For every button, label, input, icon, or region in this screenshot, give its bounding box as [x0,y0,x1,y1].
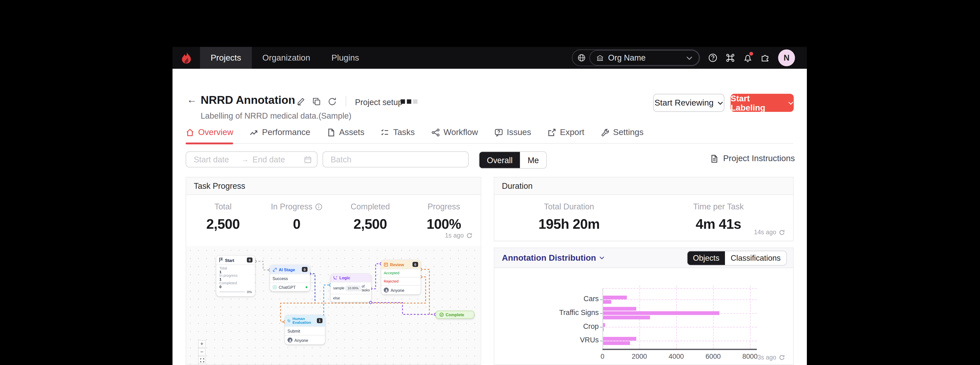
scope-me[interactable]: Me [520,152,547,168]
start-total-value: 1 [220,270,252,274]
bar-cars [603,295,627,299]
trend-icon [250,128,258,137]
toggle-objects[interactable]: Objects [687,251,725,265]
stat-label: Progress [428,202,460,211]
duplicate-icon[interactable] [312,97,321,106]
help-button[interactable] [708,53,718,62]
logic-sample-value[interactable]: 10.00% [346,285,361,291]
duration-title: Duration [502,181,533,191]
review-rejected-row: Rejected [381,277,421,285]
globe-icon[interactable] [578,54,585,62]
duration-header: Duration [494,177,793,195]
workflow-node-start[interactable]: Start 0 Total 1 In progress 1 Completed … [216,256,255,296]
duration-stats: Total Duration 195h 20m Time per Task 4m… [494,195,793,233]
tab-workflow[interactable]: Workflow [431,127,478,143]
annotation-distribution-header: Annotation Distribution Objects Classifi… [494,248,793,268]
tab-settings[interactable]: Settings [601,127,644,143]
x-tick-label: 8000 [742,352,757,360]
tab-overview[interactable]: Overview [186,127,234,143]
info-icon[interactable] [315,203,322,210]
tab-label: Export [560,128,584,137]
workflow-node-complete[interactable]: Complete [436,311,474,319]
node-badge: 0 [412,262,418,267]
notifications-bell-button[interactable] [743,53,752,62]
tab-export[interactable]: Export [547,127,584,143]
batch-input[interactable] [329,154,462,165]
logic-else-label: else [333,296,340,300]
notification-dot [749,52,753,56]
canvas-controls: + − [198,340,205,365]
tab-label: Workflow [444,128,478,137]
start-labeling-button[interactable]: Start Labeling [731,94,794,112]
logic-else-row: else [331,294,371,302]
date-range-picker[interactable]: → [186,151,318,168]
ai-model-label: ChatGPT [279,285,296,289]
node-badge: 0 [302,267,307,272]
workflow-node-review[interactable]: Review 0 Accepted Rejected Anyone [381,260,421,294]
org-switcher[interactable]: Org Name [572,49,700,66]
batch-filter[interactable] [322,151,469,168]
org-name-dropdown[interactable]: Org Name [589,50,699,65]
review-icon [384,262,388,266]
nav-tab-plugins[interactable]: Plugins [321,47,370,69]
updated-label: 3s ago [757,354,776,360]
category-label: VRUs [549,336,599,344]
stat-label: Total Duration [544,202,594,211]
branch-icon [333,276,337,280]
project-instructions-link[interactable]: Project Instructions [710,154,795,163]
user-avatar[interactable]: N [778,49,795,66]
check-circle-icon [439,312,444,317]
chevron-down-icon [599,256,605,259]
refresh-icon[interactable] [328,97,337,106]
refresh-icon[interactable] [779,229,785,235]
x-tick-label: 6000 [705,352,721,360]
tab-issues[interactable]: Issues [494,127,531,143]
human-eval-assignee-row: Anyone [285,335,325,344]
assignee-avatar-icon [288,338,293,343]
stat-value: 195h 20m [494,216,644,233]
start-total-label: Total [220,266,252,270]
task-progress-updated: 1s ago [445,232,473,239]
toggle-classifications[interactable]: Classifications [725,251,786,265]
start-progress-track [220,291,245,293]
zoom-in-button[interactable]: + [198,340,205,347]
stat-value: 0 [260,216,334,233]
start-completed-label: Completed [220,281,252,285]
fit-view-button[interactable] [198,356,205,364]
brand-logo[interactable] [172,47,200,69]
workflow-node-human-evaluation[interactable]: Human Evaluation 1 Submit Anyone [285,315,325,344]
status-dot [305,286,307,288]
nav-tab-organization[interactable]: Organization [252,47,321,69]
scope-overall[interactable]: Overall [479,152,520,168]
home-icon [186,128,194,137]
workflow-canvas[interactable]: Start 0 Total 1 In progress 1 Completed … [186,246,480,365]
refresh-icon[interactable] [779,354,785,360]
start-date-input[interactable] [192,154,239,165]
tab-tasks[interactable]: Tasks [381,127,415,143]
stat-progress: Progress 100% [407,202,481,233]
command-menu-button[interactable] [726,53,735,62]
zoom-out-button[interactable]: − [198,348,205,356]
node-title: AI Stage [279,267,295,271]
back-button[interactable]: ← [187,94,197,106]
workflow-node-logic[interactable]: Logic sample 10.00% of tasks else [331,274,371,302]
edit-pencil-icon[interactable] [296,97,305,106]
workflow-node-ai-stage[interactable]: AI Stage 0 Success ChatGPT [270,265,310,291]
start-reviewing-button[interactable]: Start Reviewing [653,94,724,112]
end-date-input[interactable] [251,154,298,165]
tab-assets[interactable]: Assets [327,127,364,143]
wrench-icon [601,128,609,137]
task-progress-header: Task Progress [186,177,480,195]
logic-sample-pre: sample [333,286,345,290]
calendar-icon[interactable] [304,155,312,163]
issue-chat-icon [494,128,503,137]
nav-tab-projects[interactable]: Projects [200,47,252,69]
plugins-puzzle-button[interactable] [760,53,770,62]
refresh-icon[interactable] [466,232,473,239]
tab-performance[interactable]: Performance [250,127,310,143]
stat-in-progress: In Progress 0 [260,202,334,233]
range-arrow: → [241,155,249,164]
annotation-distribution-title[interactable]: Annotation Distribution [502,253,604,263]
stat-completed: Completed 2,500 [334,202,407,233]
assignee-avatar-icon [384,288,389,293]
